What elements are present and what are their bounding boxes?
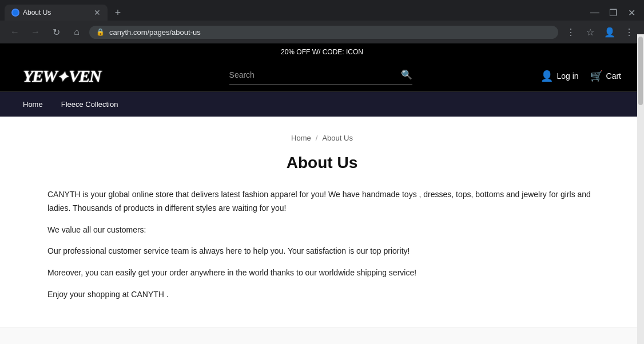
search-icon[interactable]: 🔍 (401, 69, 412, 80)
tab-bar: About Us ✕ + — ❐ ✕ (0, 0, 644, 21)
breadcrumb: Home / About Us (23, 134, 621, 142)
new-tab-button[interactable]: + (110, 5, 126, 21)
about-content: CANYTH is your global online store that … (47, 188, 597, 302)
about-paragraph-2: We value all our customers: (47, 223, 597, 237)
address-bar[interactable]: 🔒 canyth.com/pages/about-us (89, 26, 558, 39)
address-text: canyth.com/pages/about-us (109, 28, 551, 37)
menu-button[interactable]: ⋮ (621, 24, 637, 40)
cart-icon: 🛒 (590, 70, 603, 82)
scrollbar[interactable] (637, 34, 644, 344)
browser-extra-actions: ⋮ ☆ 👤 ⋮ (563, 24, 637, 40)
home-button[interactable]: ⌂ (69, 24, 85, 40)
restore-button[interactable]: ❐ (605, 5, 621, 21)
browser-chrome: About Us ✕ + — ❐ ✕ ← → ↻ ⌂ 🔒 canyth.com/… (0, 0, 644, 43)
about-paragraph-5: Enjoy your shopping at CANYTH . (47, 288, 597, 302)
lock-icon: 🔒 (96, 28, 105, 36)
site-nav: Home Fleece Collection (0, 91, 644, 117)
browser-tab-active[interactable]: About Us ✕ (5, 5, 108, 21)
promo-text: 20% OFF W/ CODE: ICON (281, 48, 363, 56)
site-footer: INFO Terms & Conditions We accept AMEX D… (0, 327, 644, 344)
svg-point-0 (13, 10, 18, 15)
user-icon: 👤 (540, 70, 553, 82)
site-header: YEW✦VEN 🔍 👤 Log in 🛒 Cart (0, 61, 644, 91)
search-area: 🔍 (229, 68, 412, 85)
bookmark-button[interactable]: ☆ (582, 24, 598, 40)
refresh-button[interactable]: ↻ (48, 24, 64, 40)
tab-favicon (11, 9, 19, 17)
about-paragraph-3: Our professional customer service team i… (47, 245, 597, 258)
profile-button[interactable]: 👤 (602, 24, 618, 40)
logo-area[interactable]: YEW✦VEN (23, 67, 101, 85)
page-title: About Us (23, 154, 621, 172)
login-label: Log in (556, 71, 578, 81)
nav-item-home[interactable]: Home (23, 98, 43, 111)
breadcrumb-current: About Us (322, 134, 352, 142)
search-input[interactable] (229, 68, 401, 82)
about-paragraph-4: Moreover, you can easily get your order … (47, 266, 597, 280)
about-paragraph-1: CANYTH is your global online store that … (47, 188, 597, 215)
site-main: Home / About Us About Us CANYTH is your … (0, 117, 644, 327)
header-actions: 👤 Log in 🛒 Cart (540, 70, 621, 82)
login-button[interactable]: 👤 Log in (540, 70, 578, 82)
close-window-button[interactable]: ✕ (623, 5, 639, 21)
nav-item-fleece[interactable]: Fleece Collection (61, 98, 118, 111)
tab-title: About Us (23, 9, 90, 17)
cart-label: Cart (606, 71, 621, 81)
minimize-button[interactable]: — (587, 5, 603, 21)
back-button[interactable]: ← (7, 24, 23, 40)
window-controls: — ❐ ✕ (582, 5, 639, 21)
site-wrapper: 20% OFF W/ CODE: ICON YEW✦VEN 🔍 👤 Log in… (0, 43, 644, 344)
breadcrumb-home[interactable]: Home (291, 134, 311, 142)
forward-button[interactable]: → (27, 24, 43, 40)
scrollbar-thumb[interactable] (638, 37, 643, 105)
cart-button[interactable]: 🛒 Cart (590, 70, 621, 82)
extensions-button[interactable]: ⋮ (563, 24, 579, 40)
browser-toolbar: ← → ↻ ⌂ 🔒 canyth.com/pages/about-us ⋮ ☆ … (0, 21, 644, 43)
tab-close-button[interactable]: ✕ (94, 8, 101, 17)
site-logo: YEW✦VEN (23, 67, 101, 85)
breadcrumb-separator: / (316, 134, 318, 142)
promo-bar: 20% OFF W/ CODE: ICON (0, 43, 644, 61)
